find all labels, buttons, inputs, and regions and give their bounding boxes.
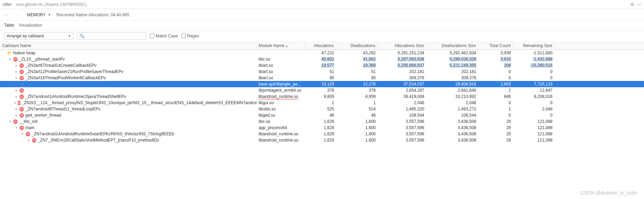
row-remaining-size: 7,725,119 bbox=[513, 81, 555, 87]
table-row[interactable]: ▸m_ZN3art6Thread14CreateCallbackEPvlibar… bbox=[0, 62, 644, 69]
row-remaining-size: 121,088 bbox=[513, 119, 555, 124]
col-deallocations-size[interactable]: Deallocations Size bbox=[426, 42, 478, 49]
table-row[interactable]: ▸m_ZNSt3__114__thread_proxyINS_5tupleIJN… bbox=[0, 100, 644, 106]
row-total-count: 0 bbox=[478, 75, 513, 81]
row-deallocations: 1,600 bbox=[336, 119, 378, 124]
expander-icon[interactable]: ▾ bbox=[15, 126, 18, 129]
minimize-icon[interactable]: — bbox=[637, 2, 641, 7]
table-row[interactable]: ▸⎇base.apk!libjingle_peercon15,12912,276… bbox=[0, 81, 644, 87]
row-dealloc-size: 1,493,272 bbox=[426, 106, 478, 112]
col-module-name[interactable]: Module Name bbox=[256, 42, 305, 49]
row-dealloc-size: 108,544 bbox=[426, 112, 478, 118]
table-row[interactable]: ▸m_ZN7android6Thread11_threadLoopEPvlibu… bbox=[0, 106, 644, 112]
col-total-count[interactable]: Total Count bbox=[478, 42, 513, 49]
expander-icon[interactable]: ▸ bbox=[15, 64, 18, 67]
col-allocations-size[interactable]: Allocations Size bbox=[378, 42, 426, 49]
row-remaining-size: 0 bbox=[513, 69, 555, 74]
row-alloc-size: 3,557,596 bbox=[378, 119, 426, 124]
expander-icon[interactable]: ▾ bbox=[21, 132, 24, 136]
row-module: app_process64 bbox=[256, 125, 305, 130]
expander-icon[interactable]: ▾ bbox=[8, 57, 12, 61]
search-field[interactable]: 🔍 bbox=[77, 32, 146, 39]
chevron-down-icon: ▼ bbox=[68, 34, 71, 38]
table-row[interactable]: ▾m__libc_initlibc.so1,6291,6003,557,5963… bbox=[0, 118, 644, 125]
row-dealloc-size: 33,210,992 bbox=[426, 94, 478, 99]
row-name: _ZN7android14AndroidRuntime5startEPKcRKN… bbox=[32, 132, 174, 136]
gear-icon[interactable]: ⚙ bbox=[630, 2, 634, 7]
row-allocations: 1 bbox=[305, 100, 336, 106]
row-remaining-size: -1,432,688 bbox=[513, 56, 555, 62]
row-remaining-size: 6,208,016 bbox=[513, 94, 555, 99]
row-total-count: 29 bbox=[478, 125, 513, 130]
expander-icon[interactable]: ▸ bbox=[15, 76, 18, 80]
row-total-count: 3,939 bbox=[478, 50, 513, 56]
row-alloc-size: 39,419,008 bbox=[378, 94, 426, 99]
tab-visualization[interactable]: Visualization bbox=[19, 23, 42, 28]
row-allocations: 1,629 bbox=[305, 137, 336, 143]
method-icon: m bbox=[19, 63, 24, 68]
row-allocations: 1,629 bbox=[305, 125, 336, 130]
row-alloc-size: 3,557,596 bbox=[378, 131, 426, 137]
row-module: libandroid_runtime.so bbox=[256, 94, 305, 99]
table-row[interactable]: ▸mlibjvmtiagent_arm64.so3783762,654,2872… bbox=[0, 87, 644, 93]
table-row[interactable]: ▸m_ZN3art12ProfileSaver21RunProfileSaver… bbox=[0, 69, 644, 75]
table-row[interactable]: ▸m_ZN3art16ThreadPoolWorker8CallbackEPvl… bbox=[0, 75, 644, 81]
row-module: libjvmtiagent_arm64.so bbox=[256, 88, 305, 93]
expander-icon[interactable]: ▸ bbox=[27, 138, 31, 142]
expander-icon[interactable]: ▾ bbox=[8, 120, 12, 123]
method-icon: m bbox=[13, 119, 18, 124]
method-icon: m bbox=[19, 107, 24, 111]
row-alloc-size: 309,376 bbox=[378, 75, 426, 81]
profiler-tab[interactable]: ofiler bbox=[3, 2, 12, 7]
search-input[interactable] bbox=[87, 33, 144, 38]
expander-icon[interactable]: ▸ bbox=[15, 107, 18, 111]
expander-icon[interactable]: ▸ bbox=[15, 114, 18, 117]
row-allocations: 45,602 bbox=[305, 56, 336, 62]
expander-icon[interactable]: ▸ bbox=[15, 70, 18, 73]
arrange-dropdown[interactable]: Arrange by callstack ▼ bbox=[4, 33, 73, 39]
expander-icon[interactable]: ▸ bbox=[15, 82, 18, 86]
regex-checkbox[interactable]: Regex bbox=[181, 34, 199, 38]
row-allocations: 15,129 bbox=[305, 81, 336, 87]
row-alloc-size: 3,557,596 bbox=[378, 125, 426, 130]
row-dealloc-size: 3,436,508 bbox=[426, 131, 478, 137]
table-row[interactable]: ▾mmainapp_process641,6291,6003,557,5963,… bbox=[0, 125, 644, 131]
regex-box[interactable] bbox=[181, 34, 186, 38]
table-row[interactable]: ▾m_ZN7android14AndroidRuntime5startEPKcR… bbox=[0, 131, 644, 137]
expander-icon[interactable]: ▸ bbox=[15, 89, 18, 92]
row-dealloc-size: 2,048 bbox=[426, 100, 478, 106]
col-allocations[interactable]: Allocations bbox=[305, 42, 336, 49]
row-total-count: 1 bbox=[478, 106, 513, 112]
col-remaining-size[interactable]: Remaining Size bbox=[513, 42, 555, 49]
row-module: libc.so bbox=[256, 56, 305, 62]
row-dealloc-size: 3,436,508 bbox=[426, 137, 478, 143]
row-allocations: 19,577 bbox=[305, 63, 336, 68]
expander-icon[interactable]: ▸ bbox=[15, 101, 16, 105]
row-remaining-size: -15,380,518 bbox=[513, 63, 555, 68]
match-case-checkbox[interactable]: Match Case bbox=[150, 34, 178, 38]
table-row[interactable]: ▸mged_worker_threadlibged.so4646108,5441… bbox=[0, 112, 644, 118]
table-row[interactable]: ▸m_ZN7android14AndroidRuntime15javaThrea… bbox=[0, 93, 644, 100]
match-case-box[interactable] bbox=[150, 34, 154, 38]
table-row[interactable]: 📁Native heap47,23143,2925,291,151,2345,2… bbox=[0, 50, 644, 56]
search-icon: 🔍 bbox=[79, 34, 85, 38]
row-allocations: 9,805 bbox=[305, 94, 336, 99]
col-deallocations[interactable]: Deallocations bbox=[336, 42, 378, 49]
row-module: libart.so bbox=[256, 75, 305, 81]
table-row[interactable]: ▸m_ZN7_JNIEnv20CallStaticVoidMethodEP7_j… bbox=[0, 137, 644, 143]
row-module: libandroid_runtime.so bbox=[256, 137, 305, 143]
row-allocations: 51 bbox=[305, 69, 336, 74]
col-callstack-name[interactable]: Callstack Name bbox=[0, 42, 256, 49]
tab-table[interactable]: Table bbox=[4, 23, 14, 28]
memory-dropdown[interactable]: MEMORY ▼ bbox=[25, 12, 53, 18]
row-alloc-size: 37,534,037 bbox=[378, 81, 426, 87]
row-name: _ZL15__pthread_startPv bbox=[19, 57, 65, 62]
nav-back-icon[interactable]: ← bbox=[3, 11, 10, 18]
row-dealloc-size: 3,436,508 bbox=[426, 119, 478, 124]
chevron-down-icon: ▼ bbox=[48, 13, 51, 17]
row-module: libged.so bbox=[256, 112, 305, 118]
table-row[interactable]: ▾m_ZL15__pthread_startPvlibc.so45,60241,… bbox=[0, 56, 644, 62]
toolbar: ← → MEMORY ▼ Recorded Native Allocations… bbox=[0, 9, 644, 21]
device-label: com.gbcom.rtc (Xiaomi 23078RKD5C) bbox=[16, 2, 87, 7]
expander-icon[interactable]: ▸ bbox=[15, 95, 18, 98]
